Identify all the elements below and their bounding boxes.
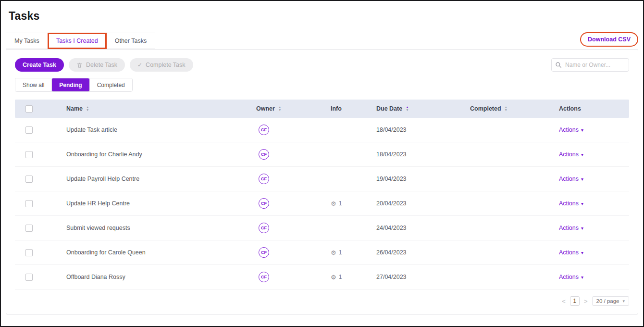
row-checkbox[interactable] [25, 274, 33, 281]
table-row: Onboarding for Charlie Andy CF ⚙ 18/04/2… [15, 142, 629, 167]
due-date: 24/04/2023 [376, 225, 470, 231]
owner-avatar[interactable]: CF [259, 247, 269, 258]
tabs-row: My Tasks Tasks I Created Other Tasks Dow… [6, 32, 638, 49]
owner-avatar[interactable]: CF [259, 125, 269, 135]
owner-avatar[interactable]: CF [259, 223, 269, 233]
chevron-down-icon: ▾ [581, 250, 583, 255]
info-icon: ⚙ [331, 274, 336, 280]
table-row: Update Task article CF ⚙ 18/04/2023 Acti… [15, 118, 629, 142]
create-task-button[interactable]: Create Task [15, 58, 64, 72]
info-badge: ⚙ 1 [331, 200, 342, 207]
column-header-actions: Actions [559, 105, 581, 112]
actions-menu[interactable]: Actions ▾ [559, 225, 629, 231]
actions-menu[interactable]: Actions ▾ [559, 249, 629, 256]
pagination: < 1 > 20 / page ▾ [15, 296, 629, 306]
info-cell: ⚙ [331, 151, 376, 158]
chevron-down-icon: ▾ [581, 275, 583, 280]
info-count: 1 [339, 200, 342, 207]
actions-menu[interactable]: Actions ▾ [559, 126, 629, 133]
table-header: Name ▲▼ Owner ▲▼ Info Due Date ▲▼ Comple… [15, 100, 629, 118]
current-page[interactable]: 1 [570, 296, 580, 306]
toolbar: Create Task Delete Task ✓ Complete Task [15, 58, 629, 72]
search-box [551, 58, 629, 72]
chevron-down-icon: ▾ [581, 226, 583, 231]
sort-owner-icon[interactable]: ▲▼ [278, 106, 281, 112]
info-cell: ⚙ [331, 225, 376, 231]
page-size-value: 20 / page [596, 298, 619, 304]
actions-label: Actions [559, 225, 579, 231]
owner-avatar[interactable]: CF [259, 149, 269, 160]
table-row: Update Payroll Help Centre CF ⚙ 19/04/20… [15, 167, 629, 191]
column-header-info: Info [331, 105, 342, 112]
sort-completed-icon[interactable]: ▲▼ [505, 106, 508, 112]
tab-my-tasks[interactable]: My Tasks [6, 33, 48, 49]
row-checkbox[interactable] [25, 249, 33, 256]
row-checkbox[interactable] [25, 225, 33, 232]
filter-pending[interactable]: Pending [51, 78, 89, 91]
column-header-owner: Owner [256, 105, 275, 112]
owner-avatar[interactable]: CF [259, 272, 269, 282]
info-count: 1 [339, 249, 342, 256]
actions-label: Actions [559, 200, 579, 207]
delete-task-label: Delete Task [86, 62, 117, 68]
table-body: Update Task article CF ⚙ 18/04/2023 Acti… [15, 118, 629, 289]
task-name: Onboarding for Charlie Andy [66, 151, 256, 158]
search-icon [555, 62, 562, 68]
task-name: Update Payroll Help Centre [66, 176, 256, 182]
check-icon: ✓ [137, 62, 142, 68]
due-date: 19/04/2023 [376, 176, 470, 182]
due-date: 20/04/2023 [376, 200, 470, 207]
select-all-checkbox[interactable] [25, 105, 33, 113]
actions-menu[interactable]: Actions ▾ [559, 151, 629, 158]
info-count: 1 [339, 274, 342, 280]
row-checkbox[interactable] [25, 176, 33, 183]
tasks-card: Create Task Delete Task ✓ Complete Task … [6, 49, 638, 314]
delete-task-button[interactable]: Delete Task [69, 58, 125, 72]
info-cell: ⚙ 1 [331, 249, 376, 256]
actions-label: Actions [559, 151, 579, 158]
actions-menu[interactable]: Actions ▾ [559, 274, 629, 280]
tasks-table: Name ▲▼ Owner ▲▼ Info Due Date ▲▼ Comple… [15, 100, 629, 289]
chevron-down-icon: ▾ [622, 299, 625, 303]
page-size-select[interactable]: 20 / page ▾ [592, 296, 630, 306]
row-checkbox[interactable] [25, 151, 33, 158]
status-filter: Show all Pending Completed [15, 78, 133, 92]
info-cell: ⚙ 1 [331, 200, 376, 207]
chevron-down-icon: ▾ [581, 201, 583, 206]
actions-label: Actions [559, 274, 579, 280]
search-input[interactable] [551, 58, 629, 72]
info-icon: ⚙ [331, 201, 336, 207]
column-header-name: Name [66, 105, 83, 112]
task-name: Onboarding for Carole Queen [66, 249, 256, 256]
filter-completed[interactable]: Completed [89, 78, 132, 91]
complete-task-button[interactable]: ✓ Complete Task [130, 58, 193, 72]
due-date: 26/04/2023 [376, 249, 470, 256]
row-checkbox[interactable] [25, 126, 33, 134]
owner-avatar[interactable]: CF [259, 198, 269, 209]
actions-menu[interactable]: Actions ▾ [559, 176, 629, 182]
tasks-page: Tasks My Tasks Tasks I Created Other Tas… [1, 1, 643, 314]
page-title: Tasks [9, 10, 638, 23]
info-cell: ⚙ 1 [331, 274, 376, 280]
table-row: Offboard Diana Rossy CF ⚙ 1 27/04/2023 A… [15, 265, 629, 289]
sort-name-icon[interactable]: ▲▼ [86, 106, 89, 112]
next-page-button[interactable]: > [584, 298, 588, 305]
info-badge: ⚙ 1 [331, 249, 342, 256]
trash-icon [76, 62, 83, 68]
prev-page-button[interactable]: < [562, 298, 566, 305]
tabs: My Tasks Tasks I Created Other Tasks [6, 33, 155, 49]
column-header-completed: Completed [470, 105, 501, 112]
owner-avatar[interactable]: CF [259, 174, 269, 184]
tab-tasks-i-created[interactable]: Tasks I Created [48, 33, 107, 49]
sort-due-date-icon[interactable]: ▲▼ [406, 106, 409, 112]
tab-other-tasks[interactable]: Other Tasks [106, 33, 155, 49]
filter-show-all[interactable]: Show all [15, 78, 51, 91]
complete-task-label: Complete Task [146, 62, 185, 68]
task-name: Submit viewed requests [66, 225, 256, 231]
due-date: 27/04/2023 [376, 274, 470, 280]
due-date: 18/04/2023 [376, 126, 470, 133]
task-name: Offboard Diana Rossy [66, 274, 256, 280]
download-csv-button[interactable]: Download CSV [580, 32, 638, 47]
actions-menu[interactable]: Actions ▾ [559, 200, 629, 207]
row-checkbox[interactable] [25, 200, 33, 207]
